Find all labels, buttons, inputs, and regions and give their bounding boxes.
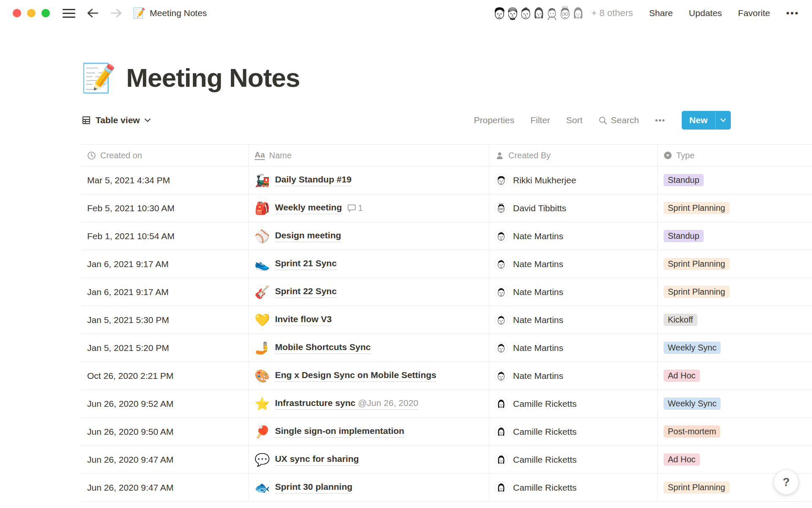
column-header-name[interactable]: Aa Name (249, 145, 489, 166)
others-count-label[interactable]: + 8 others (591, 8, 633, 19)
filter-button[interactable]: Filter (530, 115, 550, 125)
created-by-cell[interactable]: Camille Ricketts (489, 446, 658, 473)
page-link[interactable]: Single sign-on implementation (275, 426, 404, 438)
type-cell[interactable]: Sprint Planning (658, 194, 812, 222)
forward-arrow-icon[interactable] (110, 7, 123, 19)
type-cell[interactable]: Kickoff (658, 306, 812, 334)
created-by-cell[interactable]: Nate Martins (489, 278, 658, 306)
type-cell[interactable]: Weekly Sync (658, 390, 812, 417)
avatar-stack[interactable] (491, 5, 586, 21)
view-options-icon[interactable]: ••• (655, 116, 666, 125)
created-by-cell[interactable]: Camille Ricketts (489, 390, 658, 417)
created-on-cell[interactable]: Jun 26, 2020 9:47 AM (81, 446, 249, 473)
created-on-cell[interactable]: Jan 6, 2021 9:17 AM (81, 250, 249, 278)
column-header-created-by[interactable]: Created By (489, 145, 658, 166)
column-header-type[interactable]: Type (658, 145, 812, 166)
favorite-button[interactable]: Favorite (738, 8, 770, 18)
type-cell[interactable]: Standup (658, 222, 812, 250)
type-tag[interactable]: Weekly Sync (664, 398, 721, 410)
type-cell[interactable]: Weekly Sync (658, 334, 812, 362)
type-tag[interactable]: Sprint Planning (664, 481, 730, 494)
new-button-caret[interactable] (716, 111, 731, 130)
search-button[interactable]: Search (598, 115, 639, 125)
properties-button[interactable]: Properties (474, 115, 514, 125)
created-by-cell[interactable]: Rikki Mukherjee (489, 166, 658, 194)
created-on-cell[interactable]: Mar 5, 2021 4:34 PM (81, 166, 249, 194)
column-header-created-on[interactable]: Created on (81, 145, 249, 166)
created-by-cell[interactable]: Nate Martins (489, 362, 658, 389)
page-title[interactable]: Meeting Notes (126, 63, 300, 93)
close-window-button[interactable] (13, 9, 21, 17)
created-on-cell[interactable]: Jan 5, 2021 5:20 PM (81, 334, 249, 362)
table-row[interactable]: Jun 26, 2020 9:47 AM 💬 UX sync for shari… (81, 446, 812, 474)
page-link[interactable]: Mobile Shortcuts Sync (275, 342, 370, 354)
created-on-cell[interactable]: Jan 6, 2021 9:17 AM (81, 278, 249, 306)
type-tag[interactable]: Ad Hoc (664, 370, 700, 382)
name-cell[interactable]: 🏓 Single sign-on implementation (249, 418, 489, 445)
date-mention[interactable]: @Jun 26, 2020 (355, 398, 418, 408)
updates-button[interactable]: Updates (689, 8, 722, 18)
back-arrow-icon[interactable] (86, 7, 99, 19)
zoom-window-button[interactable] (41, 9, 50, 17)
created-on-cell[interactable]: Jun 26, 2020 9:52 AM (81, 390, 249, 417)
type-tag[interactable]: Ad Hoc (664, 453, 700, 466)
type-tag[interactable]: Sprint Planning (664, 286, 730, 298)
created-on-cell[interactable]: Jun 26, 2020 9:47 AM (81, 474, 249, 501)
name-cell[interactable]: 💬 UX sync for sharing (249, 446, 489, 473)
sidebar-toggle-icon[interactable] (63, 9, 75, 18)
help-button[interactable]: ? (774, 470, 798, 494)
name-cell[interactable]: 🎒 Weekly meeting 1 (249, 194, 489, 222)
share-button[interactable]: Share (649, 8, 673, 18)
table-row[interactable]: Jun 26, 2020 9:47 AM 🐟 Sprint 30 plannin… (81, 474, 812, 502)
created-on-cell[interactable]: Feb 5, 2021 10:30 AM (81, 194, 249, 222)
created-by-cell[interactable]: Nate Martins (489, 250, 658, 278)
name-cell[interactable]: 🎸 Sprint 22 Sync (249, 278, 489, 306)
page-link[interactable]: Design meeting (275, 230, 341, 242)
page-link[interactable]: Eng x Design Sync on Mobile Settings (275, 370, 436, 382)
created-on-cell[interactable]: Jan 5, 2021 5:30 PM (81, 306, 249, 334)
name-cell[interactable]: ⭐ Infrastructure sync @Jun 26, 2020 (249, 390, 489, 417)
name-cell[interactable]: 🤳 Mobile Shortcuts Sync (249, 334, 489, 362)
name-cell[interactable]: ⚾ Design meeting (249, 222, 489, 250)
table-row[interactable]: Jun 26, 2020 9:50 AM 🏓 Single sign-on im… (81, 418, 812, 446)
name-cell[interactable]: 👟 Sprint 21 Sync (249, 250, 489, 278)
more-options-icon[interactable]: ••• (786, 8, 799, 18)
created-on-cell[interactable]: Feb 1, 2021 10:54 AM (81, 222, 249, 250)
type-cell[interactable]: Ad Hoc (658, 446, 812, 473)
type-tag[interactable]: Sprint Planning (664, 258, 730, 270)
table-row[interactable]: Jan 6, 2021 9:17 AM 👟 Sprint 21 Sync Nat… (81, 250, 812, 278)
created-on-cell[interactable]: Oct 26, 2020 2:21 PM (81, 362, 249, 389)
page-link[interactable]: UX sync for sharing (275, 454, 359, 466)
type-tag[interactable]: Standup (664, 230, 704, 242)
created-on-cell[interactable]: Jun 26, 2020 9:50 AM (81, 418, 249, 445)
table-row[interactable]: Feb 1, 2021 10:54 AM ⚾ Design meeting Na… (81, 222, 812, 250)
table-row[interactable]: Feb 5, 2021 10:30 AM 🎒 Weekly meeting 1 … (81, 194, 812, 222)
name-cell[interactable]: 💛 Invite flow V3 (249, 306, 489, 334)
table-row[interactable]: Oct 26, 2020 2:21 PM 🎨 Eng x Design Sync… (81, 362, 812, 390)
type-cell[interactable]: Sprint Planning (658, 278, 812, 306)
created-by-cell[interactable]: David Tibbitts (489, 194, 658, 222)
created-by-cell[interactable]: Nate Martins (489, 334, 658, 362)
collaborator-avatar[interactable] (491, 5, 508, 21)
comment-count-badge[interactable]: 1 (347, 203, 363, 213)
minimize-window-button[interactable] (27, 9, 36, 17)
type-tag[interactable]: Standup (664, 174, 704, 186)
created-by-cell[interactable]: Camille Ricketts (489, 418, 658, 445)
created-by-cell[interactable]: Nate Martins (489, 306, 658, 334)
type-cell[interactable]: Standup (658, 166, 812, 194)
table-row[interactable]: Jan 5, 2021 5:20 PM 🤳 Mobile Shortcuts S… (81, 334, 812, 362)
name-cell[interactable]: 🎨 Eng x Design Sync on Mobile Settings (249, 362, 489, 389)
type-tag[interactable]: Kickoff (664, 314, 697, 326)
table-row[interactable]: Jun 26, 2020 9:52 AM ⭐ Infrastructure sy… (81, 390, 812, 418)
table-row[interactable]: Jan 5, 2021 5:30 PM 💛 Invite flow V3 Nat… (81, 306, 812, 334)
page-link[interactable]: Sprint 22 Sync (275, 286, 337, 298)
created-by-cell[interactable]: Camille Ricketts (489, 474, 658, 501)
type-cell[interactable]: Sprint Planning (658, 250, 812, 278)
created-by-cell[interactable]: Nate Martins (489, 222, 658, 250)
page-link[interactable]: Infrastructure sync @Jun 26, 2020 (275, 398, 418, 410)
page-icon[interactable]: 📝 (81, 64, 116, 92)
type-cell[interactable]: Post-mortem (658, 418, 812, 445)
page-link[interactable]: Sprint 30 planning (275, 482, 352, 494)
page-link[interactable]: Daily Standup #19 (275, 174, 351, 186)
view-switcher[interactable]: Table view (81, 115, 151, 125)
